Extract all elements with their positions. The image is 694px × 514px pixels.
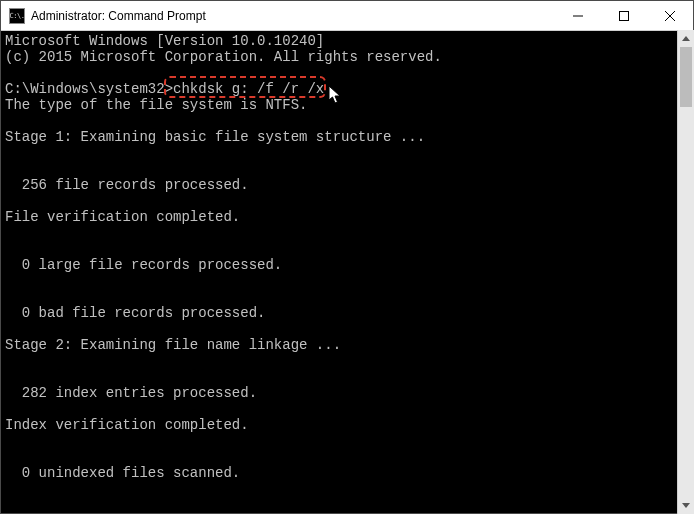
close-button[interactable] [647, 1, 693, 30]
window-controls [555, 1, 693, 30]
terminal-output[interactable]: Microsoft Windows [Version 10.0.10240](c… [1, 31, 693, 513]
close-icon [665, 11, 675, 21]
window-title: Administrator: Command Prompt [31, 9, 555, 23]
terminal-line [5, 433, 693, 449]
titlebar[interactable]: C:\. Administrator: Command Prompt [1, 1, 693, 31]
terminal-line [5, 193, 693, 209]
scroll-down-button[interactable] [678, 497, 694, 514]
terminal-line [5, 113, 693, 129]
chevron-up-icon [682, 36, 690, 41]
scroll-up-button[interactable] [678, 30, 694, 47]
terminal-line: Stage 2: Examining file name linkage ... [5, 337, 693, 353]
terminal-line: File verification completed. [5, 209, 693, 225]
svg-rect-0 [620, 11, 629, 20]
scroll-track[interactable] [678, 47, 694, 497]
vertical-scrollbar[interactable] [677, 30, 694, 514]
terminal-line [5, 353, 693, 369]
scroll-thumb[interactable] [680, 47, 692, 107]
terminal-line: 282 index entries processed. [5, 385, 693, 401]
terminal-line [5, 65, 693, 81]
terminal-line [5, 145, 693, 161]
terminal-line [5, 241, 693, 257]
terminal-line: 0 large file records processed. [5, 257, 693, 273]
maximize-button[interactable] [601, 1, 647, 30]
maximize-icon [619, 11, 629, 21]
terminal-line [5, 161, 693, 177]
terminal-line: Microsoft Windows [Version 10.0.10240] [5, 33, 693, 49]
terminal-line: 0 unindexed files scanned. [5, 465, 693, 481]
terminal-line [5, 449, 693, 465]
terminal-line [5, 321, 693, 337]
minimize-button[interactable] [555, 1, 601, 30]
terminal-line: Stage 1: Examining basic file system str… [5, 129, 693, 145]
terminal-line [5, 289, 693, 305]
terminal-line: C:\Windows\system32>chkdsk g: /f /r /x [5, 81, 693, 97]
window-frame: C:\. Administrator: Command Prompt Micro… [0, 0, 694, 514]
terminal-line [5, 401, 693, 417]
terminal-line: 0 bad file records processed. [5, 305, 693, 321]
terminal-line [5, 225, 693, 241]
prompt-text: C:\Windows\system32> [5, 81, 173, 97]
terminal-line [5, 369, 693, 385]
terminal-line [5, 273, 693, 289]
terminal-line: Index verification completed. [5, 417, 693, 433]
terminal-line: (c) 2015 Microsoft Corporation. All righ… [5, 49, 693, 65]
chevron-down-icon [682, 503, 690, 508]
terminal-line: The type of the file system is NTFS. [5, 97, 693, 113]
command-text: chkdsk g: /f /r /x [173, 81, 324, 97]
minimize-icon [573, 11, 583, 21]
terminal-line: 256 file records processed. [5, 177, 693, 193]
cmd-icon: C:\. [9, 8, 25, 24]
